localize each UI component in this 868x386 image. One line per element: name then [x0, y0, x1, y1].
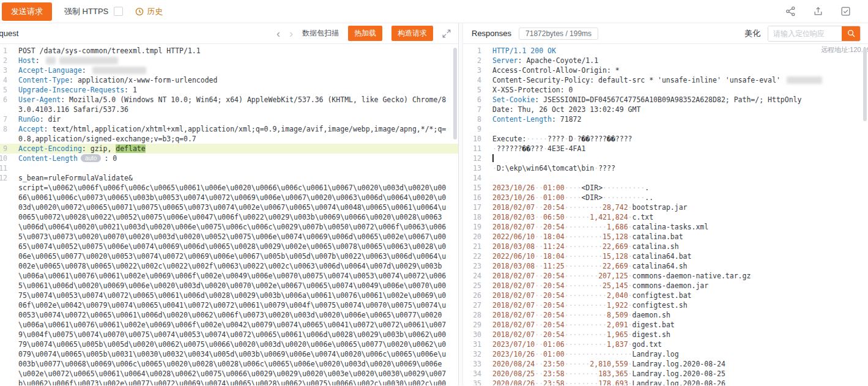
code-line[interactable]: 4Content-Type: application/x-www-form-ur… [0, 75, 458, 85]
line-number: 34 [463, 369, 481, 379]
hot-reload-button[interactable]: 热加载 [348, 26, 382, 41]
report-check-icon[interactable] [840, 6, 851, 17]
request-panel-title: Request [0, 29, 26, 38]
code-line[interactable]: 162023/10/26··01:00····<DIR>··········.. [463, 193, 868, 202]
code-line[interactable]: 202022/06/10··18:04·········15,128·catal… [463, 232, 868, 242]
code-line[interactable]: 222022/06/10··18:04·········15,128·catal… [463, 251, 868, 261]
code-line[interactable]: 3Access-Control-Allow-Origin: * [463, 65, 868, 75]
code-line[interactable]: 5Upgrade-Insecure-Requests: 1 [0, 85, 458, 95]
line-number: 2 [463, 56, 481, 65]
request-scrollbar-thumb[interactable] [453, 48, 457, 139]
main-split: Request ‹ › 数据包扫描 热加载 构造请求 1POST /data/s… [0, 23, 868, 385]
line-content: Execute:·····????·D·?��????��???? [481, 134, 632, 144]
line-content: Host: [7, 56, 458, 65]
code-line[interactable]: 14 [463, 173, 868, 183]
send-request-button[interactable]: 发送请求 [2, 2, 52, 21]
code-line[interactable]: 5X-XSS-Protection: 0 [463, 85, 868, 95]
code-line[interactable]: 10Execute:·····????·D·?��????��???? [463, 134, 868, 144]
redacted-text [92, 67, 146, 74]
search-button[interactable] [842, 26, 860, 41]
code-line[interactable]: 1POST /data/sys-common/treexml.tmpl HTTP… [0, 46, 458, 56]
line-content: Accept-Encoding: gzip, deflate [7, 144, 458, 154]
code-line[interactable]: 332020/08/24··23:50······2,810,559·Landr… [463, 359, 868, 369]
code-line[interactable]: 13·D:\ekp\win64\tomcat\bin·???? [463, 163, 868, 173]
line-content: Content-Type: application/x-www-form-url… [7, 75, 458, 85]
response-panel-header: Responses 71872bytes / 199ms 美化 [463, 23, 868, 44]
code-line[interactable]: 11·??????��???·4E3E-4FA1 [463, 144, 868, 154]
line-number: 23 [463, 261, 481, 271]
line-content: Date: Thu, 26 Oct 2023 13:02:49 GMT [481, 105, 640, 114]
code-line[interactable]: 272018/02/07··20:54··········1,922·confi… [463, 300, 868, 310]
line-number: 13 [463, 163, 481, 173]
code-line[interactable]: 262018/02/07··20:54··········2,040·confi… [463, 291, 868, 300]
code-line[interactable]: 11 [0, 163, 458, 173]
response-viewer[interactable]: 远程地址:120.19 1HTTP/1.1 200 OK2Server: Apa… [463, 44, 868, 385]
line-content: 2022/06/10··18:04·········15,128·catalin… [481, 251, 691, 261]
force-https-checkbox[interactable] [114, 7, 123, 16]
beautify-button[interactable]: 美化 [744, 28, 760, 39]
chevron-right-icon[interactable]: › [289, 28, 293, 39]
code-line[interactable]: 7Date: Thu, 26 Oct 2023 13:02:49 GMT [463, 105, 868, 114]
code-line[interactable]: 7RunGo: dir [0, 114, 458, 124]
response-search-input[interactable] [768, 26, 842, 41]
code-line[interactable]: 3Accept-Language: [0, 65, 458, 75]
line-content: 2023/10/26··01:00····<DIR>··········.. [481, 193, 653, 202]
search-icon [847, 29, 855, 37]
code-line[interactable]: 282018/02/07··20:54··········8,509·daemo… [463, 310, 868, 320]
code-line[interactable]: 292018/02/07··20:54··········2,091·diges… [463, 320, 868, 330]
code-line[interactable]: 212018/03/08··11:24·········22,669·catal… [463, 242, 868, 251]
code-line[interactable]: 2Host: [0, 56, 458, 65]
code-line[interactable]: 9 [463, 124, 868, 134]
code-line[interactable]: 152023/10/26··01:00····<DIR>··········. [463, 183, 868, 193]
line-number: 27 [463, 300, 481, 310]
line-number: 31 [463, 340, 481, 349]
code-line[interactable]: 352020/08/26··23:58········178,693·Landr… [463, 379, 868, 385]
panel-resize-divider[interactable] [459, 23, 463, 385]
code-line[interactable]: 4Content-Security-Policy: default-src * … [463, 75, 868, 85]
line-number: 33 [463, 359, 481, 369]
code-line[interactable]: 6Set-Cookie: JSESSIONID=DF04567C47756A10… [463, 95, 868, 105]
chevron-left-icon[interactable]: ‹ [276, 28, 280, 39]
redacted-text [59, 57, 118, 64]
line-number: 9 [0, 144, 7, 154]
line-number: 11 [0, 163, 7, 173]
expand-panel-button[interactable] [442, 29, 451, 38]
code-line[interactable]: 2Server: Apache-Coyote/1.1 [463, 56, 868, 65]
line-number: 22 [463, 251, 481, 261]
code-line[interactable]: 10Content-Lengthauto: 0 [0, 154, 458, 163]
code-line[interactable]: 12s_bean=ruleFormulaValidate&script=\u00… [0, 173, 458, 385]
line-content: RunGo: dir [7, 114, 458, 124]
code-line[interactable]: 242018/02/07··20:54········207,125·commo… [463, 271, 868, 281]
build-request-button[interactable]: 构造请求 [391, 26, 433, 41]
share-icon[interactable] [785, 6, 796, 17]
code-line[interactable]: 172018/02/07··20:54·········28,742·boots… [463, 202, 868, 212]
code-line[interactable]: 1HTTP/1.1 200 OK [463, 46, 868, 56]
packet-scan-button[interactable]: 数据包扫描 [302, 28, 339, 39]
line-content: User-Agent: Mozilla/5.0 (Windows NT 10.0… [7, 95, 458, 114]
line-number: 18 [463, 212, 481, 222]
code-line[interactable]: 8Accept: text/html,application/xhtml+xml… [0, 124, 458, 144]
code-line[interactable]: 182018/02/03··06:50······1,421,824·c.txt [463, 212, 868, 222]
code-line[interactable]: 322023/10/26··01:00················Landr… [463, 349, 868, 359]
response-scrollbar-thumb[interactable] [863, 48, 867, 121]
tab-responses[interactable]: Responses [472, 29, 511, 38]
code-line[interactable]: 192018/02/07··20:54··········1,686·catal… [463, 222, 868, 232]
code-line[interactable]: 342020/08/25··23:58········183,365·Landr… [463, 369, 868, 379]
export-icon[interactable] [813, 6, 823, 17]
code-line[interactable]: 9Accept-Encoding: gzip, deflate [0, 144, 458, 154]
line-number: 8 [0, 124, 7, 134]
code-line[interactable]: 302018/02/07··20:54··········1,965·diges… [463, 330, 868, 340]
line-content: HTTP/1.1 200 OK [481, 46, 556, 56]
history-button[interactable]: 历史 [135, 6, 163, 17]
code-line[interactable]: 12 [463, 154, 868, 163]
code-line[interactable]: 232018/03/08··11:25·········22,669·catal… [463, 261, 868, 271]
code-line[interactable]: 6User-Agent: Mozilla/5.0 (Windows NT 10.… [0, 95, 458, 114]
request-editor[interactable]: 1POST /data/sys-common/treexml.tmpl HTTP… [0, 44, 458, 385]
line-content: 2020/08/25··23:58········183,365·Landray… [481, 369, 725, 379]
code-line[interactable]: 8Content-Length: 71872 [463, 114, 868, 124]
line-content: Set-Cookie: JSESSIONID=DF04567C47756A10B… [481, 95, 801, 105]
code-line[interactable]: 252018/02/07··20:54·········25,145·commo… [463, 281, 868, 291]
line-number: 5 [463, 85, 481, 95]
line-number: 26 [463, 291, 481, 300]
code-line[interactable]: 312023/07/10··01:06··········1,837·god.t… [463, 340, 868, 349]
